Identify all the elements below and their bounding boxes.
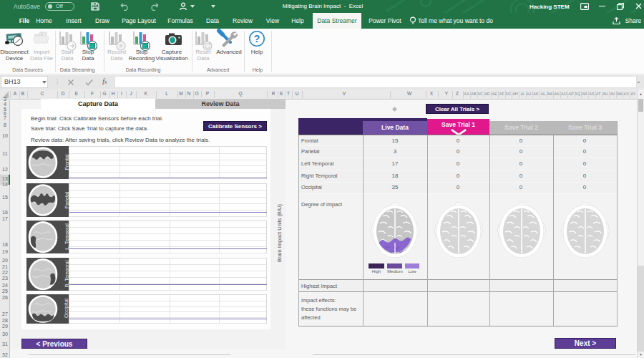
svg-text:?: ?	[254, 33, 260, 44]
